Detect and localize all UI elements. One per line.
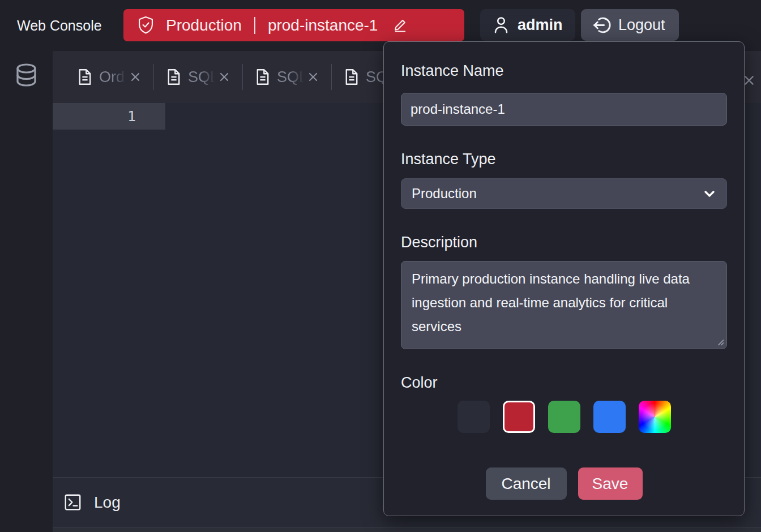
close-icon[interactable]: [130, 71, 141, 83]
instance-name-label: Instance Name: [401, 61, 727, 80]
instance-settings-dialog: Instance Name Instance Type Production D…: [383, 41, 745, 516]
description-textarea[interactable]: Primary production instance handling liv…: [401, 261, 727, 349]
close-icon[interactable]: [743, 74, 755, 87]
tab-label: Ord: [99, 68, 127, 86]
database-icon[interactable]: [15, 63, 38, 89]
instance-name-text: prod-instance-1: [268, 16, 378, 35]
color-swatch-rainbow[interactable]: [639, 401, 671, 433]
bottom-strip: [53, 527, 761, 532]
tab-separator: [242, 64, 243, 90]
resize-handle-icon[interactable]: [716, 338, 724, 346]
close-icon[interactable]: [219, 71, 230, 83]
log-panel-label: Log: [94, 494, 121, 512]
tab-orders[interactable]: Ord: [78, 68, 141, 86]
instance-name-input[interactable]: [401, 93, 727, 126]
color-swatch-red[interactable]: [503, 401, 535, 433]
tab-sql-1[interactable]: SQL: [166, 68, 230, 86]
cancel-button[interactable]: Cancel: [486, 467, 567, 500]
tab-sql-2[interactable]: SQL: [255, 68, 319, 86]
chevron-down-icon: [703, 187, 716, 200]
save-button[interactable]: Save: [578, 467, 643, 500]
instance-type-value: Production: [412, 186, 477, 201]
tab-separator: [153, 64, 154, 90]
sidebar: [0, 51, 53, 532]
tab-label: SQL: [277, 68, 305, 86]
logout-label: Logout: [618, 16, 665, 34]
color-swatch-green[interactable]: [548, 401, 580, 433]
username: admin: [518, 16, 563, 34]
badge-divider: [254, 17, 255, 34]
environment-name: Production: [166, 16, 242, 35]
logout-icon: [592, 16, 611, 35]
editor-gutter-active-line: 1: [53, 103, 165, 130]
file-text-icon: [344, 68, 359, 85]
user-icon: [493, 15, 510, 35]
terminal-icon: [64, 494, 82, 511]
instance-type-select[interactable]: Production: [401, 178, 727, 209]
color-swatch-default[interactable]: [458, 401, 490, 433]
description-label: Description: [401, 233, 727, 252]
logout-button[interactable]: Logout: [581, 9, 679, 41]
user-chip: admin: [480, 9, 575, 41]
close-icon[interactable]: [307, 71, 319, 83]
line-number: 1: [53, 103, 165, 130]
tab-label: SQL: [188, 68, 216, 86]
web-console-app: Web Console Production prod-instance-1: [0, 0, 761, 532]
file-text-icon: [78, 68, 92, 85]
dialog-actions: Cancel Save: [401, 467, 727, 500]
app-title: Web Console: [17, 0, 102, 51]
color-label: Color: [401, 373, 727, 392]
file-text-icon: [255, 68, 270, 85]
color-swatch-blue[interactable]: [593, 401, 626, 433]
environment-badge[interactable]: Production prod-instance-1: [123, 9, 464, 41]
edit-pencil-icon[interactable]: [392, 18, 408, 33]
color-swatch-row: [401, 401, 727, 433]
file-text-icon: [166, 68, 181, 85]
instance-type-label: Instance Type: [401, 149, 727, 169]
shield-check-icon: [137, 16, 155, 35]
description-field-wrap: Primary production instance handling liv…: [401, 261, 727, 349]
tab-separator: [331, 64, 332, 90]
